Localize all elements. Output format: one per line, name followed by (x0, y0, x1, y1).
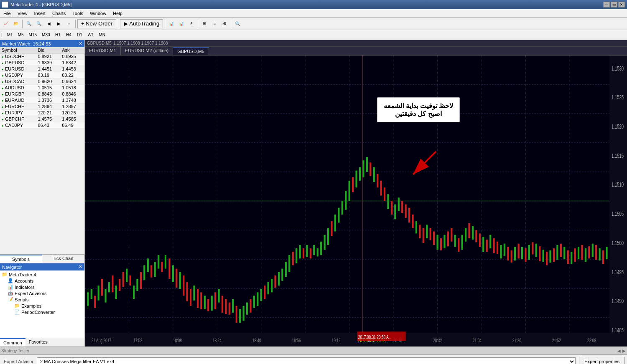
svg-text:18:24: 18:24 (213, 337, 222, 343)
zoom-out-button[interactable]: 🔍 (34, 19, 43, 28)
market-watch-scroll[interactable]: Symbol Bid Ask ● USDCHF 0.8921 0.8925 ● … (0, 47, 84, 254)
market-watch-row[interactable]: ● GBPUSD 1.6339 1.6342 (0, 60, 84, 66)
ea-select[interactable]: 2 MA Crosses Mega filter EA V1.ex4 (37, 357, 576, 364)
auto-scroll-button[interactable]: ↔ (64, 19, 74, 28)
ea-right-buttons: Expert properties (579, 357, 625, 364)
period-mn-button[interactable]: MN (97, 31, 108, 39)
period-w1-button[interactable]: W1 (86, 31, 96, 39)
svg-rect-144 (511, 250, 512, 263)
svg-rect-87 (310, 248, 311, 258)
tester-scroll-left[interactable]: ◀ (617, 349, 621, 353)
menu-help[interactable]: Help (110, 10, 126, 17)
market-watch-row[interactable]: ● USDJPY 83.19 83.22 (0, 72, 84, 78)
menu-insert[interactable]: Insert (31, 10, 49, 17)
ask-cell: 1.0518 (60, 85, 84, 91)
svg-rect-71 (253, 296, 255, 308)
account-icon: 👤 (8, 278, 13, 283)
expert-properties-button[interactable]: Expert properties (579, 357, 625, 364)
market-watch-row[interactable]: ● USDCHF 0.8921 0.8925 (0, 53, 84, 60)
candle-button[interactable]: 🕯 (187, 19, 196, 28)
indicator-button[interactable]: ≈ (210, 19, 219, 28)
svg-rect-97 (345, 191, 347, 210)
grid-button[interactable]: ⊞ (200, 19, 209, 28)
scroll-right-button[interactable]: ▶ (54, 19, 64, 28)
chart-canvas[interactable]: 1.1530 1.1525 1.1520 1.1515 1.1510 1.150… (85, 56, 627, 346)
zoom-in-button[interactable]: 🔍 (24, 19, 33, 28)
market-watch-row[interactable]: ● EURCHF 1.2894 1.2897 (0, 104, 84, 110)
period-m1-button[interactable]: M1 (5, 31, 15, 39)
period-d1-button[interactable]: D1 (75, 31, 85, 39)
menu-window[interactable]: Window (87, 10, 110, 17)
menu-view[interactable]: View (14, 10, 31, 17)
svg-rect-79 (281, 269, 283, 281)
open-button[interactable]: 📂 (11, 19, 20, 28)
svg-rect-183 (85, 333, 609, 346)
market-watch-row[interactable]: ● USDCAD 0.9620 0.9624 (0, 78, 84, 85)
bid-cell: 120.21 (36, 110, 60, 116)
svg-rect-163 (578, 247, 579, 259)
period-m30-button[interactable]: M30 (40, 31, 52, 39)
nav-item-expert-advisors[interactable]: 🤖 Expert Advisors (1, 290, 84, 296)
nav-item-period-converter[interactable]: 📄 PeriodConverter (1, 309, 84, 315)
bar-chart-button[interactable]: 📊 (177, 19, 186, 28)
market-watch-row[interactable]: ● EURAUD 1.3736 1.3748 (0, 97, 84, 104)
svg-rect-104 (370, 162, 371, 176)
svg-text:21:04: 21:04 (473, 337, 482, 343)
chart-tab-eurusd-m2[interactable]: EURUSD,M2 (offline) (121, 47, 173, 55)
svg-rect-134 (475, 230, 477, 242)
market-watch-row[interactable]: ● AUDUSD 1.0515 1.0518 (0, 85, 84, 91)
line-chart-button[interactable]: 📊 (167, 19, 176, 28)
menu-charts[interactable]: Charts (49, 10, 69, 17)
market-watch-row[interactable]: ● EURJPY 120.21 120.25 (0, 110, 84, 116)
period-h4-button[interactable]: H4 (64, 31, 74, 39)
app-icon: 4 (2, 2, 8, 8)
svg-text:20:32: 20:32 (433, 337, 442, 343)
bid-cell: 86.43 (36, 122, 60, 129)
tab-symbols[interactable]: Symbols (0, 255, 42, 263)
svg-rect-101 (359, 167, 361, 180)
market-watch-row[interactable]: ● EURUSD 1.4451 1.4453 (0, 66, 84, 72)
tab-favorites[interactable]: Favorites (25, 338, 51, 346)
tester-scroll-right[interactable]: ▶ (622, 349, 626, 353)
svg-rect-123 (436, 235, 438, 250)
tab-common[interactable]: Common (0, 338, 25, 346)
market-watch-row[interactable]: ● CADJPY 86.43 86.49 (0, 122, 84, 129)
minimize-button[interactable]: ─ (603, 2, 610, 8)
market-watch-title: Market Watch: 16:24:53 (2, 41, 51, 46)
svg-rect-80 (285, 262, 287, 277)
nav-item-examples[interactable]: 📁 Examples (1, 303, 84, 309)
symbol-cell: ● AUDUSD (0, 85, 36, 91)
svg-rect-160 (567, 250, 569, 264)
market-watch-close-icon[interactable]: ✕ (79, 41, 82, 46)
close-button[interactable]: ✕ (618, 2, 625, 8)
market-watch-row[interactable]: ● GBPCHF 1.4575 1.4585 (0, 116, 84, 122)
chart-tab-gbpusd-m5[interactable]: GBPUSD,M5 (173, 47, 209, 55)
chart-tab-eurusd-m1[interactable]: EURUSD,M1 (85, 47, 121, 55)
nav-item-metatrader4[interactable]: 📁 MetaTrader 4 (1, 271, 84, 278)
menu-file[interactable]: File (0, 10, 14, 17)
scroll-left-button[interactable]: ◀ (44, 19, 54, 28)
autotrading-button[interactable]: ▶ AutoTrading (120, 19, 163, 28)
navigator-close-icon[interactable]: ✕ (79, 264, 82, 270)
nav-item-scripts[interactable]: 📝 Scripts (1, 296, 84, 303)
search-button[interactable]: 🔍 (233, 19, 242, 28)
period-h1-button[interactable]: H1 (53, 31, 63, 39)
new-chart-button[interactable]: 📈 (1, 19, 10, 28)
nav-item-indicators[interactable]: 📊 Indicators (1, 284, 84, 290)
svg-rect-40 (143, 265, 145, 280)
svg-rect-150 (532, 242, 533, 254)
restore-button[interactable]: ▭ (611, 2, 617, 8)
svg-rect-171 (606, 247, 607, 259)
menu-tools[interactable]: Tools (69, 10, 87, 17)
period-m15-button[interactable]: M15 (27, 31, 39, 39)
nav-item-accounts[interactable]: 👤 Accounts (1, 278, 84, 284)
expert-button[interactable]: ⚙ (220, 19, 229, 28)
tab-tick-chart[interactable]: Tick Chart (42, 255, 84, 263)
market-watch-row[interactable]: ● EURGBP 0.8843 0.8846 (0, 91, 84, 97)
new-order-button[interactable]: + New Order (77, 19, 116, 28)
period-m5-button[interactable]: M5 (16, 31, 26, 39)
svg-rect-77 (274, 276, 276, 288)
svg-text:18:40: 18:40 (252, 337, 261, 343)
chart-symbol-label: GBPUSD,M5 (87, 41, 112, 46)
candlestick-chart: 1.1530 1.1525 1.1520 1.1515 1.1510 1.150… (85, 56, 627, 346)
